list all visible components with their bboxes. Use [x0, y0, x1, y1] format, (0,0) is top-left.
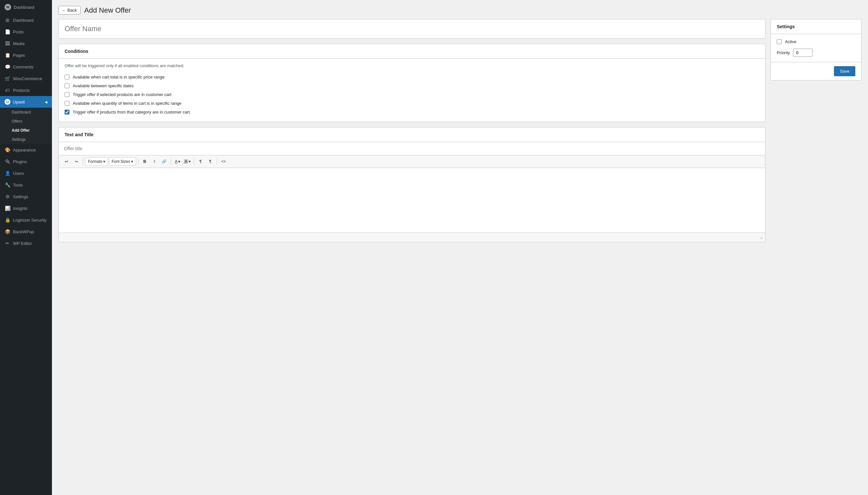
sidebar-item-upsell-dashboard[interactable]: Dashboard	[0, 108, 52, 117]
sidebar-item-pages[interactable]: 📋 Pages	[0, 49, 52, 61]
condition-checkbox-2[interactable]	[65, 83, 69, 88]
rtl-button[interactable]: ¶	[206, 157, 215, 166]
sidebar-item-upsell-settings[interactable]: Settings	[0, 135, 52, 144]
priority-label: Priority	[777, 50, 790, 55]
text-color-button[interactable]: A ▾	[173, 157, 182, 166]
sidebar-item-users[interactable]: 👤 Users	[0, 167, 52, 179]
sidebar-item-loginizer[interactable]: 🔒 Loginizer Security	[0, 214, 52, 226]
toolbar-separator-4	[194, 158, 194, 165]
active-label[interactable]: Active	[785, 39, 796, 44]
sidebar-item-label: Loginizer Security	[13, 218, 46, 223]
priority-row: Priority	[777, 49, 855, 57]
backwpup-icon: 📦	[4, 229, 11, 235]
sidebar-item-products[interactable]: 🏷 Products	[0, 84, 52, 96]
chevron-right-icon: ◀	[45, 100, 47, 104]
save-button[interactable]: Save	[834, 66, 855, 76]
ltr-button[interactable]: ¶	[196, 157, 205, 166]
sidebar-item-label: Products	[13, 88, 30, 93]
condition-label-4[interactable]: Available when quantity of items in cart…	[73, 101, 181, 106]
condition-item-3: Trigger offer if selected products are i…	[65, 90, 759, 99]
text-title-header: Text and Title	[59, 127, 765, 142]
sidebar-item-appearance[interactable]: 🎨 Appearance	[0, 144, 52, 156]
toolbar-separator-3	[171, 158, 171, 165]
condition-checkbox-5[interactable]	[65, 109, 69, 115]
condition-checkbox-1[interactable]	[65, 74, 69, 80]
undo-button[interactable]: ↩	[62, 157, 71, 166]
tools-icon: 🔧	[4, 182, 11, 188]
sidebar-item-label: Insights	[13, 206, 28, 211]
content-area: Conditions Offer will be triggered only …	[52, 19, 868, 495]
upsell-badge-icon: U	[4, 99, 11, 105]
condition-item-1: Available when cart total is in specific…	[65, 73, 759, 81]
text-color-chevron-icon: ▾	[178, 159, 180, 164]
formats-label: Formats	[88, 159, 102, 164]
sidebar-item-upsell[interactable]: U Upsell ◀	[0, 96, 52, 108]
offer-name-card	[59, 19, 765, 39]
conditions-description: Offer will be triggered only if all enab…	[59, 59, 765, 71]
condition-label-2[interactable]: Available between specific dates	[73, 83, 134, 88]
condition-checkbox-3[interactable]	[65, 92, 69, 97]
offer-title-input[interactable]	[59, 142, 765, 155]
sidebar-item-tools[interactable]: 🔧 Tools	[0, 179, 52, 191]
sidebar-item-label: Appearance	[13, 148, 36, 152]
text-title-card: Text and Title ↩ ↪ Formats ▾ Font Sizes …	[59, 127, 765, 242]
editor-body[interactable]	[59, 168, 765, 233]
media-icon: 🖼	[4, 40, 11, 46]
toolbar-separator-2	[138, 158, 138, 165]
settings-sidebar: Settings Active Priority Save	[771, 19, 862, 489]
loginizer-icon: 🔒	[4, 217, 11, 223]
code-button[interactable]: <>	[219, 157, 228, 166]
posts-icon: 📄	[4, 29, 11, 35]
sidebar-item-comments[interactable]: 💬 Comments	[0, 61, 52, 73]
sidebar-item-settings[interactable]: ⚙ Settings	[0, 191, 52, 202]
condition-item-2: Available between specific dates	[65, 81, 759, 90]
sidebar-item-wpeditor[interactable]: ✏ WP Editor	[0, 237, 52, 249]
sidebar-item-plugins[interactable]: 🔌 Plugins	[0, 156, 52, 167]
sidebar-item-woocommerce[interactable]: 🛒 WooCommerce	[0, 73, 52, 84]
sidebar-item-label: Comments	[13, 65, 33, 69]
pages-icon: 📋	[4, 52, 11, 58]
italic-button[interactable]: I	[150, 157, 159, 166]
back-button[interactable]: ← Back	[59, 6, 81, 15]
sidebar-logo[interactable]: W Dashboard	[0, 0, 52, 14]
resize-handle-icon: ⊿	[760, 236, 763, 239]
users-icon: 👤	[4, 170, 11, 176]
insights-icon: 📊	[4, 205, 11, 211]
comments-icon: 💬	[4, 64, 11, 70]
active-checkbox[interactable]	[777, 39, 782, 44]
sidebar-item-upsell-offers[interactable]: Offers	[0, 117, 52, 126]
bg-color-chevron-icon: ▾	[188, 159, 190, 164]
font-sizes-chevron-icon: ▾	[131, 159, 133, 164]
sidebar-item-dashboard[interactable]: ⊞ Dashboard	[0, 14, 52, 26]
sidebar-item-insights[interactable]: 📊 Insights	[0, 202, 52, 214]
settings-title: Settings	[771, 19, 861, 34]
condition-label-5[interactable]: Trigger offer if products from that cate…	[73, 109, 190, 115]
bold-button[interactable]: B	[140, 157, 149, 166]
formats-dropdown[interactable]: Formats ▾	[85, 157, 108, 166]
sidebar-item-label: Plugins	[13, 159, 27, 164]
font-sizes-dropdown[interactable]: Font Sizes ▾	[109, 157, 136, 166]
toolbar-separator-1	[83, 158, 83, 165]
font-sizes-label: Font Sizes	[112, 159, 130, 164]
page-header: ← Back Add New Offer	[52, 0, 868, 19]
redo-button[interactable]: ↪	[72, 157, 81, 166]
main-content: ← Back Add New Offer Conditions Offer wi…	[52, 0, 868, 495]
condition-label-3[interactable]: Trigger offer if selected products are i…	[73, 92, 171, 97]
sidebar-item-media[interactable]: 🖼 Media	[0, 38, 52, 49]
sidebar-item-label: Posts	[13, 30, 24, 34]
sidebar-item-label: Dashboard	[13, 18, 34, 23]
offer-name-input[interactable]	[59, 19, 765, 38]
priority-input[interactable]	[793, 49, 813, 57]
sidebar-logo-label: Dashboard	[14, 5, 34, 10]
sidebar-item-backwpup[interactable]: 📦 BackWPup	[0, 226, 52, 237]
condition-checkbox-4[interactable]	[65, 101, 69, 106]
sidebar-item-upsell-add-offer[interactable]: Add Offer	[0, 126, 52, 135]
active-row: Active	[777, 39, 855, 44]
sidebar-item-label: Users	[13, 171, 24, 176]
link-button[interactable]: 🔗	[160, 157, 169, 166]
condition-label-1[interactable]: Available when cart total is in specific…	[73, 74, 165, 80]
conditions-header: Conditions	[59, 44, 765, 59]
wpeditor-icon: ✏	[4, 240, 11, 246]
bg-color-button[interactable]: A ▾	[183, 157, 192, 166]
sidebar-item-posts[interactable]: 📄 Posts	[0, 26, 52, 38]
